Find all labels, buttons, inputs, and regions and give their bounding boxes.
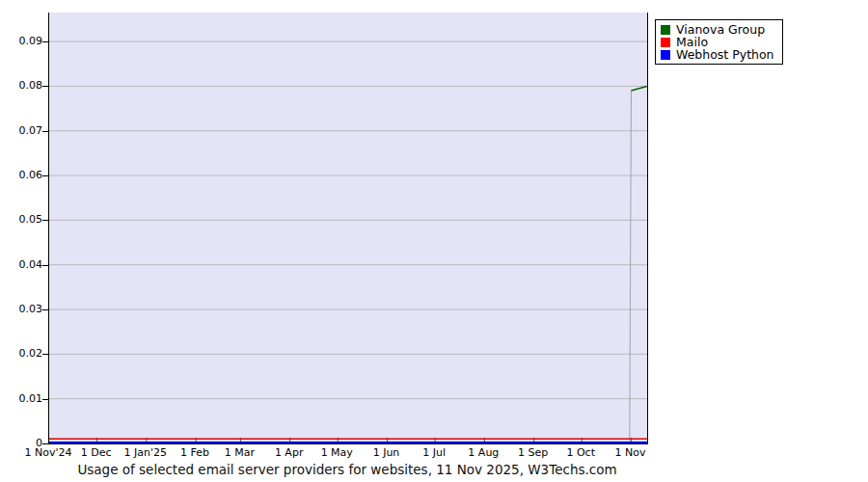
y-tick-label: 0.07 (0, 124, 42, 138)
y-tick-label: 0.02 (0, 347, 42, 361)
legend-label: Webhost Python (676, 48, 774, 61)
chart-title: Usage of selected email server providers… (48, 462, 646, 477)
y-tick-label: 0.01 (0, 392, 42, 406)
series-line-vianova-group (631, 86, 647, 91)
x-tick-label: 1 Nov (614, 446, 645, 459)
legend-item: Webhost Python (661, 48, 774, 61)
legend-swatch-icon (661, 38, 670, 47)
x-tick-label: 1 Dec (81, 446, 112, 459)
y-tick-mark (42, 443, 48, 444)
x-tick-label: 1 Nov'24 (25, 446, 72, 459)
x-tick-label: 1 Feb (180, 446, 209, 459)
plot-svg (49, 13, 647, 443)
y-tick-label: 0.04 (0, 258, 42, 272)
x-tick-label: 1 May (321, 446, 353, 459)
y-tick-label: 0.09 (0, 35, 42, 48)
y-tick-mark (42, 131, 48, 132)
y-tick-label: 0.08 (0, 79, 42, 93)
x-tick-label: 1 Jul (422, 446, 446, 459)
chart-canvas: 00.010.020.030.040.050.060.070.080.09 1 … (0, 0, 868, 482)
legend-swatch-icon (661, 25, 670, 35)
x-tick-label: 1 Jan'25 (124, 446, 167, 459)
y-tick-mark (42, 41, 48, 42)
x-tick-label: 1 Jun (373, 446, 400, 459)
y-tick-label: 0.06 (0, 169, 42, 182)
y-tick-mark (42, 309, 48, 310)
y-tick-label: 0.03 (0, 303, 42, 316)
y-tick-mark (42, 175, 48, 176)
x-tick-label: 1 Apr (275, 446, 304, 459)
y-tick-label: 0.05 (0, 213, 42, 227)
legend-swatch-icon (661, 50, 670, 60)
y-tick-mark (42, 86, 48, 87)
y-tick-mark (42, 354, 48, 355)
x-tick-label: 1 Aug (468, 446, 499, 459)
x-tick-label: 1 Oct (566, 446, 595, 459)
legend: Vianova GroupMailoWebhost Python (655, 19, 783, 65)
series-line-vianova-group (630, 91, 632, 442)
x-tick-label: 1 Mar (225, 446, 255, 459)
y-tick-mark (42, 265, 48, 266)
y-tick-mark (42, 399, 48, 400)
plot-area (48, 13, 648, 444)
y-tick-mark (42, 220, 48, 221)
x-tick-label: 1 Sep (518, 446, 548, 459)
